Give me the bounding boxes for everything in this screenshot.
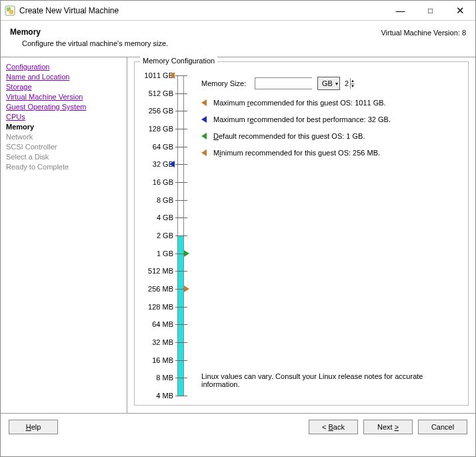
nav-storage[interactable]: Storage — [6, 83, 32, 91]
rec-perf: Maximum recommended for best performance… — [201, 115, 460, 125]
page-header: Memory Configure the virtual machine's m… — [1, 21, 475, 57]
nav-ready: Ready to Complete — [6, 163, 121, 171]
cancel-button[interactable]: Cancel — [418, 420, 467, 434]
triangle-left-icon — [201, 99, 207, 106]
back-button[interactable]: < Back — [309, 420, 358, 434]
scale-marker — [184, 286, 189, 292]
nav-disk: Select a Disk — [6, 153, 121, 161]
footnote: Linux values can vary. Consult your Linu… — [201, 372, 455, 388]
nav-memory: Memory — [6, 123, 121, 131]
wizard-sidebar: Configuration Name and Location Storage … — [1, 57, 127, 413]
scale-label: 16 MB — [152, 356, 173, 364]
scale-label: 8 MB — [156, 374, 173, 382]
nav-network: Network — [6, 133, 121, 141]
help-button[interactable]: Help — [9, 420, 58, 434]
scale-label: 256 GB — [149, 107, 173, 115]
nav-cpus[interactable]: CPUs — [6, 113, 25, 121]
memory-scale[interactable]: 1011 GB512 GB256 GB128 GB64 GB32 GB16 GB… — [141, 75, 195, 400]
close-button[interactable]: ✕ — [445, 1, 475, 20]
spin-up[interactable]: ▲ — [350, 78, 355, 84]
scale-label: 512 MB — [148, 267, 173, 275]
titlebar: Create New Virtual Machine ― □ ✕ — [1, 1, 475, 21]
nav-scsi: SCSI Controller — [6, 143, 121, 151]
scale-label: 64 GB — [153, 143, 173, 151]
fieldset-legend: Memory Configuration — [140, 57, 217, 65]
rec-default: Default recommended for this guest OS: 1… — [201, 131, 460, 141]
memory-unit-select[interactable]: GB ▾ — [317, 77, 340, 90]
scale-marker — [169, 161, 175, 167]
scale-label: 128 GB — [149, 125, 173, 133]
maximize-button[interactable]: □ — [415, 1, 445, 20]
triangle-left-icon — [201, 149, 207, 156]
button-bar: Help < Back Next > Cancel — [1, 413, 475, 440]
rec-max: Maximum recommended for this guest OS: 1… — [201, 98, 460, 108]
memory-size-label: Memory Size: — [201, 79, 255, 87]
scale-label: 1 GB — [157, 250, 173, 258]
minimize-button[interactable]: ― — [385, 1, 415, 20]
vm-version-label: Virtual Machine Version: 8 — [381, 27, 466, 47]
scale-label: 512 GB — [149, 89, 173, 97]
memory-size-input[interactable]: ▲ ▼ — [255, 77, 312, 89]
nav-vm-version[interactable]: Virtual Machine Version — [6, 93, 83, 101]
scale-label: 256 MB — [148, 285, 173, 293]
scale-label: 16 GB — [153, 178, 173, 186]
svg-rect-2 — [9, 10, 13, 14]
scale-label: 8 GB — [157, 196, 173, 204]
window-title: Create New Virtual Machine — [19, 6, 385, 15]
triangle-left-icon — [201, 116, 207, 123]
triangle-left-icon — [201, 133, 207, 139]
scale-marker — [169, 72, 175, 79]
next-button[interactable]: Next > — [363, 420, 413, 434]
scale-label: 128 MB — [148, 303, 173, 311]
chevron-down-icon: ▾ — [335, 81, 338, 87]
scale-label: 4 GB — [157, 213, 173, 221]
nav-guest-os[interactable]: Guest Operating System — [6, 103, 86, 111]
scale-label: 2 GB — [157, 232, 173, 240]
spin-down[interactable]: ▼ — [350, 84, 355, 89]
memory-unit-value: GB — [322, 79, 333, 87]
scale-marker — [184, 250, 189, 257]
scale-label: 64 MB — [152, 320, 173, 328]
page-subtitle: Configure the virtual machine's memory s… — [10, 39, 381, 47]
nav-name-location[interactable]: Name and Location — [6, 73, 69, 81]
page-title: Memory — [10, 27, 381, 37]
memory-fieldset: Memory Configuration 1011 GB512 GB256 GB… — [134, 61, 469, 406]
scale-label: 4 MB — [156, 392, 173, 400]
nav-configuration[interactable]: Configuration — [6, 63, 49, 71]
rec-min: Minimum recommended for this guest OS: 2… — [201, 148, 460, 158]
app-icon — [5, 5, 15, 16]
scale-label: 32 MB — [152, 338, 173, 346]
